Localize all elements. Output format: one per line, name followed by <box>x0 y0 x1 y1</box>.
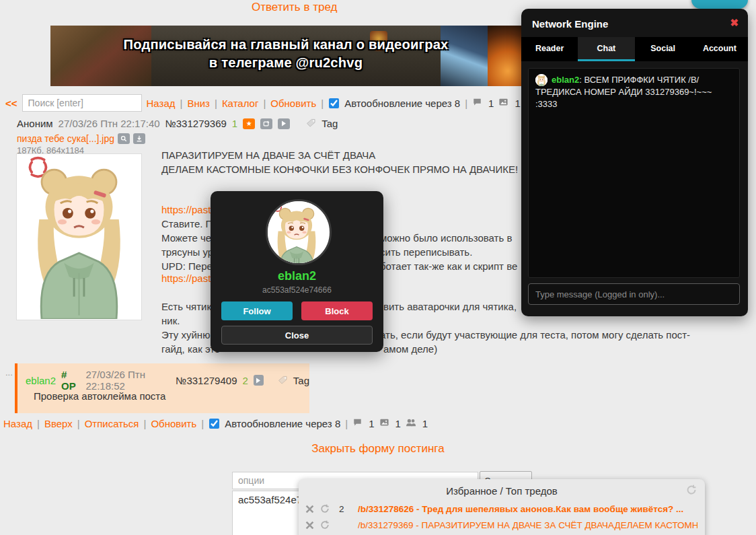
separator: | <box>321 98 324 109</box>
close-posting-form-link[interactable]: Закрыть форму постинга <box>311 442 444 455</box>
popup-user-id: ac553af524e74666 <box>211 285 383 295</box>
chat-message-list: eblan2: ВСЕМ ПРИФФКИ ЧЯТИК /B/ ТРЕДИКСА … <box>528 68 740 278</box>
reply-count: 2 <box>242 375 248 386</box>
op-datetime: 27/03/26 Птн 22:17:40 <box>59 118 160 129</box>
file-download-button[interactable] <box>133 133 145 144</box>
tab-reader[interactable]: Reader <box>521 37 578 61</box>
posts-count-icon <box>352 418 363 429</box>
nav-refresh-link[interactable]: Обновить <box>270 98 316 109</box>
tab-account[interactable]: Account <box>691 37 748 61</box>
panel-close-icon[interactable]: ✖ <box>730 17 739 29</box>
posters-count-icon <box>406 418 416 429</box>
reply-post-number[interactable]: №331279409 <box>176 375 237 386</box>
op-file-name-link[interactable]: пизда тебе сука[...].jpg <box>17 133 114 144</box>
remove-favorite-icon[interactable] <box>305 521 314 530</box>
op-post-header: Аноним 27/03/26 Птн 22:17:40 №331279369 … <box>17 118 338 129</box>
posts-count-icon <box>472 98 482 109</box>
panel-title: Network Engine <box>532 18 608 30</box>
bottom-back-link[interactable]: Назад <box>3 418 32 429</box>
banner-line1: Подписывайся на главный канал о видеоигр… <box>60 35 512 53</box>
images-count: 1 <box>515 98 520 109</box>
nav-catalog-link[interactable]: Каталог <box>222 98 259 109</box>
expand-thread-button[interactable] <box>278 118 290 129</box>
reply-post-body: Проверка автоклейма поста <box>34 390 165 402</box>
user-profile-popup: eblan2 ac553af524e74666 Follow Block Clo… <box>211 191 383 352</box>
search-input[interactable] <box>22 94 142 112</box>
tab-chat[interactable]: Chat <box>578 37 634 61</box>
autoupdate-checkbox-bottom[interactable] <box>209 419 219 429</box>
bottom-navbar: Назад | Вверх | Отписаться | Обновить | … <box>3 418 428 429</box>
autoupdate-checkbox[interactable] <box>329 98 339 108</box>
follow-button[interactable]: Follow <box>221 301 293 320</box>
posts-count: 1 <box>369 418 374 429</box>
unsubscribe-link[interactable]: Отписаться <box>85 418 139 429</box>
userscript-toggle-button[interactable] <box>691 0 748 9</box>
banner-line2: в телеграме @ru2chvg <box>60 53 512 71</box>
nav-down-link[interactable]: Вниз <box>187 98 210 109</box>
post-text-fragment: ПАРАЗИТИРУЕМ НА ДВАЧЕ ЗА СЧЁТ ДВАЧА <box>161 149 375 161</box>
autoupdate-label: Автообновление через 8 <box>344 98 460 109</box>
post-text-fragment: можно было использовать в <box>380 232 512 244</box>
expand-post-button[interactable] <box>254 375 264 386</box>
nav-back-link[interactable]: Назад <box>147 98 176 109</box>
op-reply-count: 1 <box>232 118 237 129</box>
favorite-star-button[interactable]: ★ <box>243 118 255 129</box>
op-author: Аноним <box>17 118 53 129</box>
bottom-up-link[interactable]: Вверх <box>44 418 73 429</box>
panel-tabs: Reader Chat Social Account <box>521 37 748 61</box>
file-search-button[interactable] <box>118 133 130 144</box>
tab-social[interactable]: Social <box>635 37 691 61</box>
separator: | <box>37 418 40 429</box>
favorite-unread-count: 2 <box>339 504 344 514</box>
add-to-gallery-button[interactable] <box>260 118 272 129</box>
refresh-favorite-icon[interactable] <box>320 520 330 530</box>
reply-post: eblan2 # OP 27/03/26 Птн 22:18:52 №33127… <box>15 363 309 413</box>
images-count: 1 <box>395 418 401 429</box>
separator: | <box>345 418 348 429</box>
op-file-line: пизда тебе сука[...].jpg <box>17 133 145 144</box>
post-text-fragment: ботает так-же как и скрипт ве <box>380 260 517 272</box>
op-image-art <box>17 154 141 320</box>
collapse-link[interactable]: << <box>5 98 17 109</box>
reply-post-header: eblan2 # OP 27/03/26 Птн 22:18:52 №33127… <box>26 369 309 392</box>
separator: | <box>201 418 204 429</box>
ad-banner[interactable]: Подписывайся на главный канал о видеоигр… <box>50 26 521 86</box>
network-engine-panel: Network Engine ✖ Reader Chat Social Acco… <box>521 9 748 316</box>
favorite-thread-link[interactable]: /b/331278626 - Тред для шепелявых анонов… <box>358 504 683 514</box>
tag-label[interactable]: Tag <box>322 118 338 129</box>
separator: | <box>77 418 80 429</box>
separator: | <box>180 98 183 109</box>
favorite-thread-link[interactable]: /b/331279369 - ПАРАЗИТИРУЕМ НА ДВАЧЕ ЗА … <box>358 520 697 530</box>
posts-count: 1 <box>488 98 494 109</box>
favorites-panel: Избранное / Топ тредов 2 /b/331278626 - … <box>299 479 705 535</box>
chat-message-input[interactable] <box>528 283 740 305</box>
reply-to-thread-link[interactable]: Ответить в тред <box>252 1 337 14</box>
bottom-refresh-link[interactable]: Обновить <box>151 418 196 429</box>
images-count-icon <box>379 418 389 429</box>
top-navbar: << Назад | Вниз | Каталог | Обновить | А… <box>5 94 547 112</box>
post-text-fragment: ДЕЛАЕМ КАСТОМНЫЕ КОНФОЧКИ БЕЗ КОНФОЧЕК П… <box>161 164 518 175</box>
op-post-number[interactable]: №331279369 <box>165 118 227 129</box>
banner-text: Подписывайся на главный канал о видеоигр… <box>60 35 512 71</box>
block-button[interactable]: Block <box>301 301 373 320</box>
avatar <box>266 199 332 265</box>
op-badge: # OP <box>61 369 80 392</box>
tag-icon <box>278 375 288 386</box>
close-posting-form-wrap: Закрыть форму постинга <box>0 442 756 456</box>
reply-author[interactable]: eblan2 <box>26 375 56 386</box>
remove-favorite-icon[interactable] <box>305 505 314 513</box>
close-popup-button[interactable]: Close <box>221 326 373 345</box>
op-image-thumbnail[interactable] <box>17 154 141 320</box>
separator: | <box>263 98 266 109</box>
tag-label[interactable]: Tag <box>293 375 309 386</box>
post-text-fragment: ать, если будут участвующие для теста, п… <box>380 329 690 341</box>
post-collapse-dots[interactable]: ... <box>5 367 13 378</box>
tag-icon <box>306 118 316 129</box>
post-text-fragment: вить аватарочки для чятика, <box>383 301 517 312</box>
reply-datetime: 27/03/26 Птн 22:18:52 <box>86 369 171 392</box>
separator: | <box>465 98 467 109</box>
refresh-favorite-icon[interactable] <box>320 504 330 513</box>
post-text-fragment: сить переписывать. <box>380 246 472 258</box>
post-text-fragment: ник. <box>161 315 180 326</box>
favorites-refresh-icon[interactable] <box>686 485 697 498</box>
